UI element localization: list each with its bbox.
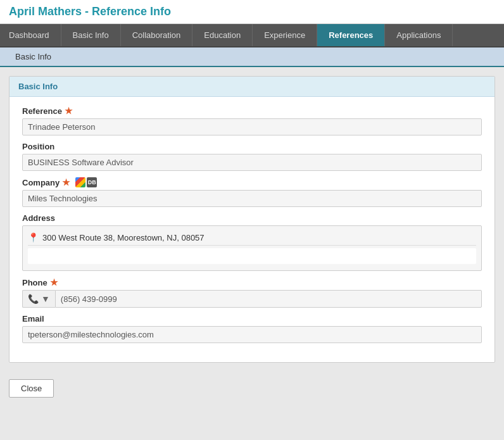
tab-collaboration[interactable]: Collaboration (121, 24, 193, 46)
page-title: April Mathers - Reference Info (9, 5, 495, 18)
company-label: Company ★ DB (22, 177, 482, 187)
address-label: Address (22, 213, 482, 223)
title-bar: April Mathers - Reference Info (0, 0, 504, 24)
chevron-down-icon: ▼ (41, 294, 50, 304)
company-input[interactable] (22, 190, 482, 207)
card-header: Basic Info (9, 77, 495, 97)
company-icons: DB (75, 177, 97, 187)
phone-label: Phone ★ (22, 277, 482, 287)
card-body: Reference ★ Position Company ★ (9, 97, 495, 362)
reference-card: Basic Info Reference ★ Position (9, 76, 495, 363)
phone-icon: 📞 (28, 294, 39, 304)
tab-applications[interactable]: Applications (385, 24, 453, 46)
address-field-group: Address 📍 300 West Route 38, Moorestown,… (22, 213, 482, 271)
tab-education[interactable]: Education (192, 24, 253, 46)
tab-references[interactable]: References (317, 24, 385, 46)
tab-dashboard[interactable]: Dashboard (0, 24, 61, 46)
sub-tab-basic-info[interactable]: Basic Info (6, 47, 60, 67)
company-required-star: ★ (62, 177, 70, 187)
sub-tab-bar: Basic Info (0, 47, 504, 67)
reference-required-star: ★ (65, 106, 73, 116)
address-line-2 (28, 246, 476, 267)
google-icon[interactable] (75, 177, 85, 187)
reference-label: Reference ★ (22, 106, 482, 116)
close-button[interactable]: Close (9, 379, 54, 398)
address-input-2[interactable] (28, 248, 476, 264)
reference-field-group: Reference ★ (22, 106, 482, 135)
reference-input[interactable] (22, 118, 482, 135)
company-field-group: Company ★ DB (22, 177, 482, 207)
email-input[interactable] (22, 326, 482, 343)
position-field-group: Position (22, 142, 482, 171)
email-field-group: Email (22, 314, 482, 343)
tab-bar: Dashboard Basic Info Collaboration Educa… (0, 24, 504, 47)
phone-prefix-selector[interactable]: 📞 ▼ (22, 290, 55, 308)
phone-input[interactable] (55, 290, 482, 308)
phone-required-star: ★ (50, 277, 58, 287)
phone-field-group: Phone ★ 📞 ▼ (22, 277, 482, 308)
footer: Close (0, 372, 504, 405)
tab-experience[interactable]: Experience (253, 24, 317, 46)
address-text: 300 West Route 38, Moorestown, NJ, 08057 (42, 233, 205, 242)
main-content: Basic Info Reference ★ Position (0, 67, 504, 372)
position-input[interactable] (22, 154, 482, 171)
phone-row: 📞 ▼ (22, 290, 482, 308)
pin-icon: 📍 (28, 232, 39, 242)
database-icon[interactable]: DB (87, 177, 97, 187)
email-label: Email (22, 314, 482, 324)
tab-basic-info[interactable]: Basic Info (61, 24, 121, 46)
card-header-label: Basic Info (18, 82, 58, 91)
position-label: Position (22, 142, 482, 151)
address-box: 📍 300 West Route 38, Moorestown, NJ, 080… (22, 225, 482, 271)
address-line-1: 📍 300 West Route 38, Moorestown, NJ, 080… (28, 230, 476, 246)
